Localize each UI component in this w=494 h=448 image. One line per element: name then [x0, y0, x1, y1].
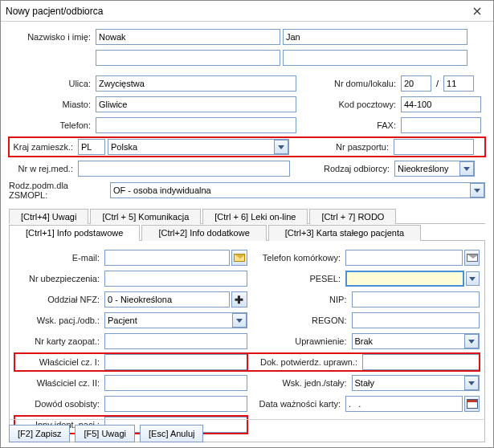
zsmopl-value: OF - osoba indywidualna [111, 185, 470, 195]
nfz-label: Oddział NFZ: [14, 295, 104, 304]
zsmopl-label: Rodz.podm.dla ZSMOPL: [9, 181, 110, 200]
tab-uwagi[interactable]: [Ctrl+4] Uwagi [9, 209, 88, 224]
nfz-add-button[interactable]: ✚ [231, 291, 247, 307]
jedn-combo[interactable]: Stały [352, 375, 480, 391]
nip-input[interactable] [352, 291, 480, 307]
rejmed-input[interactable] [78, 161, 290, 177]
save-button[interactable]: [F2] Zapisz [9, 425, 70, 442]
zsmopl-combo[interactable]: OF - osoba indywidualna [110, 182, 485, 198]
content-area: Nazwisko i imię: Ulica: Nr domu/lokalu: … [1, 22, 493, 446]
wsk-value: Pacjent [105, 316, 232, 325]
tab-leki[interactable]: [Ctrl + 6] Leki on-line [202, 209, 308, 224]
regon-input[interactable] [352, 312, 480, 328]
wl1-input[interactable] [104, 354, 247, 370]
country-code-input[interactable] [78, 139, 105, 155]
titlebar: Nowy pacjent/odbiorca [1, 1, 493, 22]
country-name: Polska [108, 142, 274, 152]
upper-tabs: [Ctrl+4] Uwagi [Ctrl + 5] Komunikacja [C… [9, 208, 485, 224]
city-label: Miasto: [9, 100, 96, 109]
dokpot-input[interactable] [362, 354, 480, 370]
city-input[interactable] [96, 96, 296, 112]
tab-karta-stalego[interactable]: [Ctrl+3] Karta stałego pacjenta [268, 225, 421, 241]
datawazn-calendar-button[interactable] [464, 396, 480, 412]
house-input[interactable] [401, 75, 431, 92]
wsk-label: Wsk. pacj./odb.: [14, 316, 104, 325]
upr-label: Uprawnienie: [247, 336, 352, 346]
email-button[interactable] [231, 250, 247, 266]
house-flat-slash: / [431, 79, 443, 88]
pesel-label: PESEL: [247, 274, 345, 283]
dowod-input[interactable] [104, 396, 247, 412]
pesel-input[interactable] [345, 271, 464, 287]
nfz-input[interactable] [104, 291, 230, 307]
telkom-button[interactable] [464, 250, 480, 266]
close-button[interactable] [466, 3, 488, 19]
zip-input[interactable] [401, 96, 481, 112]
passport-input[interactable] [394, 139, 474, 155]
fax-label: FAX: [296, 120, 401, 130]
street-input[interactable] [96, 75, 296, 92]
fax-input[interactable] [401, 117, 481, 133]
dialog-window: Nowy pacjent/odbiorca Nazwisko i imię: U… [0, 0, 494, 448]
dokpot-label: Dok. potwierdz. uprawn.: [247, 357, 363, 367]
recipient-type-label: Rodzaj odbiorcy: [290, 164, 394, 173]
wsk-combo[interactable]: Pacjent [104, 312, 247, 328]
surname-input[interactable] [96, 29, 280, 45]
phone-label: Telefon: [9, 120, 96, 130]
flat-input[interactable] [443, 75, 474, 92]
phone-input[interactable] [96, 117, 296, 133]
upr-combo[interactable]: Brak [352, 333, 480, 349]
rejmed-label: Nr w rej.med.: [9, 164, 78, 173]
jedn-drop-icon[interactable] [464, 376, 479, 390]
wl2-input[interactable] [104, 375, 247, 391]
upr-drop-icon[interactable] [464, 334, 479, 348]
recipient-type-drop-icon[interactable] [459, 161, 474, 176]
givenname-input[interactable] [283, 29, 467, 45]
nip-label: NIP: [247, 295, 352, 304]
window-title: Nowy pacjent/odbiorca [6, 6, 103, 17]
calendar-icon [467, 399, 478, 409]
ubezp-label: Nr ubezpieczenia: [14, 274, 104, 283]
karty-input[interactable] [104, 333, 247, 349]
email-input[interactable] [104, 250, 230, 266]
country-drop-icon[interactable] [274, 140, 288, 154]
country-combo[interactable]: Polska [108, 139, 289, 155]
cancel-button[interactable]: [Esc] Anuluj [140, 425, 203, 442]
street-label: Ulica: [9, 79, 96, 88]
givenname2-input[interactable] [283, 50, 467, 66]
email-label: E-mail: [14, 253, 104, 263]
datawazn-label: Data ważności karty: [247, 399, 346, 409]
house-label: Nr domu/lokalu: [296, 79, 401, 88]
zsmopl-drop-icon[interactable] [470, 183, 484, 198]
tab-rodo[interactable]: [Ctrl + 7] RODO [309, 209, 396, 224]
mail-icon [234, 254, 245, 262]
recipient-type-combo[interactable]: Nieokreślony [394, 161, 475, 177]
wl1-label: Właściciel cz. I: [14, 357, 104, 367]
datawazn-input[interactable] [345, 396, 463, 412]
wsk-drop-icon[interactable] [232, 313, 247, 328]
surname-label: Nazwisko i imię: [9, 32, 96, 42]
regon-label: REGON: [247, 316, 352, 325]
telkom-label: Telefon komórkowy: [247, 253, 346, 263]
lower-tabs: [Ctrl+1] Info podstawowe [Ctrl+2] Info d… [9, 224, 485, 241]
recipient-type-value: Nieokreślony [395, 164, 459, 173]
zip-label: Kod pocztowy: [296, 100, 401, 109]
footer: [F2] Zapisz [F5] Uwagi [Esc] Anuluj [9, 419, 485, 442]
tab-body: E-mail: Nr ubezpieczenia: Oddział NFZ: ✚ [9, 241, 485, 442]
ubezp-input[interactable] [104, 271, 247, 287]
wl2-label: Właściciel cz. II: [14, 378, 104, 388]
karty-label: Nr karty zaopat.: [14, 336, 104, 346]
uwagi-button[interactable]: [F5] Uwagi [75, 425, 135, 442]
upr-value: Brak [353, 336, 465, 346]
tab-komunikacja[interactable]: [Ctrl + 5] Komunikacja [90, 209, 201, 224]
surname2-input[interactable] [96, 50, 280, 66]
telkom-input[interactable] [345, 250, 463, 266]
jedn-value: Stały [353, 378, 465, 388]
pesel-drop-button[interactable] [466, 271, 480, 286]
tab-info-dodatkowe[interactable]: [Ctrl+2] Info dodatkowe [141, 225, 266, 241]
plus-icon: ✚ [235, 295, 243, 305]
tab-info-podstawowe[interactable]: [Ctrl+1] Info podstawowe [9, 225, 140, 241]
dowod-label: Dowód osobisty: [14, 399, 104, 409]
country-label: Kraj zamieszk.: [9, 142, 78, 152]
envelope-icon [467, 254, 478, 262]
